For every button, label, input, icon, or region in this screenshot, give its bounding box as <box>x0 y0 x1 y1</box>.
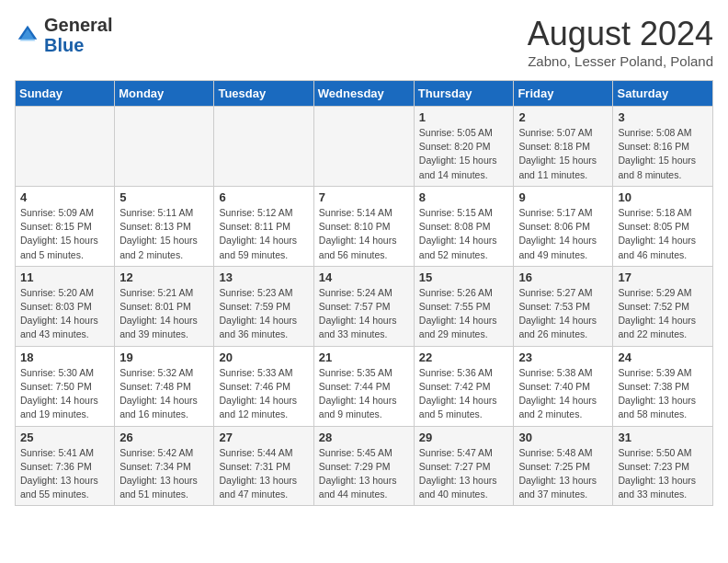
day-header-friday: Friday <box>514 81 613 107</box>
day-number: 7 <box>319 190 409 204</box>
day-number: 6 <box>219 190 308 204</box>
day-info: Sunrise: 5:41 AMSunset: 7:36 PMDaylight:… <box>20 446 109 502</box>
calendar-cell <box>313 107 414 187</box>
day-number: 27 <box>219 431 308 444</box>
calendar-cell: 21Sunrise: 5:35 AMSunset: 7:44 PMDayligh… <box>313 346 414 426</box>
calendar-cell: 22Sunrise: 5:36 AMSunset: 7:42 PMDayligh… <box>414 346 514 426</box>
day-number: 5 <box>119 190 209 204</box>
day-header-tuesday: Tuesday <box>214 81 313 107</box>
month-year-title: August 2024 <box>528 15 713 53</box>
calendar-cell: 8Sunrise: 5:15 AMSunset: 8:08 PMDaylight… <box>414 186 514 266</box>
day-info: Sunrise: 5:44 AMSunset: 7:31 PMDaylight:… <box>219 446 308 502</box>
day-number: 29 <box>419 431 509 444</box>
day-info: Sunrise: 5:17 AMSunset: 8:06 PMDaylight:… <box>518 206 608 262</box>
day-info: Sunrise: 5:05 AMSunset: 8:20 PMDaylight:… <box>419 126 509 182</box>
day-info: Sunrise: 5:21 AMSunset: 8:01 PMDaylight:… <box>119 286 209 342</box>
calendar-cell: 7Sunrise: 5:14 AMSunset: 8:10 PMDaylight… <box>313 186 414 266</box>
day-number: 24 <box>618 350 708 364</box>
day-info: Sunrise: 5:20 AMSunset: 8:03 PMDaylight:… <box>20 286 109 342</box>
calendar-week-5: 25Sunrise: 5:41 AMSunset: 7:36 PMDayligh… <box>16 426 713 506</box>
calendar-cell <box>115 107 214 187</box>
calendar-cell: 28Sunrise: 5:45 AMSunset: 7:29 PMDayligh… <box>313 426 414 506</box>
day-number: 13 <box>219 270 308 284</box>
calendar-cell: 23Sunrise: 5:38 AMSunset: 7:40 PMDayligh… <box>514 346 613 426</box>
day-number: 23 <box>518 350 608 364</box>
day-info: Sunrise: 5:15 AMSunset: 8:08 PMDaylight:… <box>419 206 509 262</box>
calendar-cell: 2Sunrise: 5:07 AMSunset: 8:18 PMDaylight… <box>514 107 613 187</box>
calendar-cell: 15Sunrise: 5:26 AMSunset: 7:55 PMDayligh… <box>414 266 514 346</box>
calendar-cell: 14Sunrise: 5:24 AMSunset: 7:57 PMDayligh… <box>313 266 414 346</box>
day-number: 10 <box>618 190 708 204</box>
day-info: Sunrise: 5:07 AMSunset: 8:18 PMDaylight:… <box>518 126 608 182</box>
day-number: 31 <box>618 431 708 444</box>
day-info: Sunrise: 5:45 AMSunset: 7:29 PMDaylight:… <box>319 446 409 502</box>
calendar-cell <box>16 107 115 187</box>
day-info: Sunrise: 5:48 AMSunset: 7:25 PMDaylight:… <box>518 446 608 502</box>
day-info: Sunrise: 5:38 AMSunset: 7:40 PMDaylight:… <box>518 366 608 422</box>
calendar-cell: 3Sunrise: 5:08 AMSunset: 8:16 PMDaylight… <box>613 107 713 187</box>
day-info: Sunrise: 5:39 AMSunset: 7:38 PMDaylight:… <box>618 366 708 422</box>
day-number: 2 <box>518 110 608 124</box>
calendar-cell: 6Sunrise: 5:12 AMSunset: 8:11 PMDaylight… <box>214 186 313 266</box>
day-info: Sunrise: 5:12 AMSunset: 8:11 PMDaylight:… <box>219 206 308 262</box>
title-block: August 2024 Zabno, Lesser Poland, Poland <box>528 15 713 69</box>
day-number: 9 <box>518 190 608 204</box>
calendar-cell: 17Sunrise: 5:29 AMSunset: 7:52 PMDayligh… <box>613 266 713 346</box>
calendar-week-1: 1Sunrise: 5:05 AMSunset: 8:20 PMDaylight… <box>16 107 713 187</box>
day-info: Sunrise: 5:30 AMSunset: 7:50 PMDaylight:… <box>20 366 109 422</box>
day-header-saturday: Saturday <box>613 81 713 107</box>
calendar-cell: 26Sunrise: 5:42 AMSunset: 7:34 PMDayligh… <box>115 426 214 506</box>
day-header-monday: Monday <box>115 81 214 107</box>
calendar-cell: 11Sunrise: 5:20 AMSunset: 8:03 PMDayligh… <box>16 266 115 346</box>
day-number: 12 <box>119 270 209 284</box>
calendar-header-row: SundayMondayTuesdayWednesdayThursdayFrid… <box>16 81 713 107</box>
logo-blue: Blue <box>44 35 84 55</box>
day-info: Sunrise: 5:27 AMSunset: 7:53 PMDaylight:… <box>518 286 608 342</box>
calendar-cell: 18Sunrise: 5:30 AMSunset: 7:50 PMDayligh… <box>16 346 115 426</box>
day-info: Sunrise: 5:36 AMSunset: 7:42 PMDaylight:… <box>419 366 509 422</box>
day-info: Sunrise: 5:32 AMSunset: 7:48 PMDaylight:… <box>119 366 209 422</box>
day-number: 4 <box>20 190 109 204</box>
calendar-cell: 13Sunrise: 5:23 AMSunset: 7:59 PMDayligh… <box>214 266 313 346</box>
calendar-cell: 12Sunrise: 5:21 AMSunset: 8:01 PMDayligh… <box>115 266 214 346</box>
calendar-cell: 24Sunrise: 5:39 AMSunset: 7:38 PMDayligh… <box>613 346 713 426</box>
day-number: 8 <box>419 190 509 204</box>
logo: General Blue <box>15 15 112 55</box>
calendar-cell: 31Sunrise: 5:50 AMSunset: 7:23 PMDayligh… <box>613 426 713 506</box>
calendar-week-3: 11Sunrise: 5:20 AMSunset: 8:03 PMDayligh… <box>16 266 713 346</box>
calendar-cell: 30Sunrise: 5:48 AMSunset: 7:25 PMDayligh… <box>514 426 613 506</box>
calendar-cell: 5Sunrise: 5:11 AMSunset: 8:13 PMDaylight… <box>115 186 214 266</box>
calendar-week-4: 18Sunrise: 5:30 AMSunset: 7:50 PMDayligh… <box>16 346 713 426</box>
day-info: Sunrise: 5:26 AMSunset: 7:55 PMDaylight:… <box>419 286 509 342</box>
day-number: 14 <box>319 270 409 284</box>
day-info: Sunrise: 5:09 AMSunset: 8:15 PMDaylight:… <box>20 206 109 262</box>
logo-general: General <box>44 15 112 35</box>
day-number: 11 <box>20 270 109 284</box>
day-info: Sunrise: 5:23 AMSunset: 7:59 PMDaylight:… <box>219 286 308 342</box>
calendar-cell: 19Sunrise: 5:32 AMSunset: 7:48 PMDayligh… <box>115 346 214 426</box>
day-info: Sunrise: 5:11 AMSunset: 8:13 PMDaylight:… <box>119 206 209 262</box>
day-info: Sunrise: 5:29 AMSunset: 7:52 PMDaylight:… <box>618 286 708 342</box>
day-info: Sunrise: 5:35 AMSunset: 7:44 PMDaylight:… <box>319 366 409 422</box>
calendar-cell: 9Sunrise: 5:17 AMSunset: 8:06 PMDaylight… <box>514 186 613 266</box>
page-header: General Blue August 2024 Zabno, Lesser P… <box>15 15 713 69</box>
calendar-cell: 27Sunrise: 5:44 AMSunset: 7:31 PMDayligh… <box>214 426 313 506</box>
day-number: 17 <box>618 270 708 284</box>
calendar-cell: 20Sunrise: 5:33 AMSunset: 7:46 PMDayligh… <box>214 346 313 426</box>
day-info: Sunrise: 5:24 AMSunset: 7:57 PMDaylight:… <box>319 286 409 342</box>
calendar-cell: 1Sunrise: 5:05 AMSunset: 8:20 PMDaylight… <box>414 107 514 187</box>
logo-icon <box>15 22 40 48</box>
calendar-cell: 29Sunrise: 5:47 AMSunset: 7:27 PMDayligh… <box>414 426 514 506</box>
day-info: Sunrise: 5:18 AMSunset: 8:05 PMDaylight:… <box>618 206 708 262</box>
calendar-cell: 4Sunrise: 5:09 AMSunset: 8:15 PMDaylight… <box>16 186 115 266</box>
location-text: Zabno, Lesser Poland, Poland <box>528 53 713 69</box>
calendar-cell: 10Sunrise: 5:18 AMSunset: 8:05 PMDayligh… <box>613 186 713 266</box>
day-number: 19 <box>119 350 209 364</box>
calendar-cell: 25Sunrise: 5:41 AMSunset: 7:36 PMDayligh… <box>16 426 115 506</box>
day-number: 3 <box>618 110 708 124</box>
day-header-wednesday: Wednesday <box>313 81 414 107</box>
day-info: Sunrise: 5:50 AMSunset: 7:23 PMDaylight:… <box>618 446 708 502</box>
day-number: 21 <box>319 350 409 364</box>
day-number: 16 <box>518 270 608 284</box>
day-number: 28 <box>319 431 409 444</box>
